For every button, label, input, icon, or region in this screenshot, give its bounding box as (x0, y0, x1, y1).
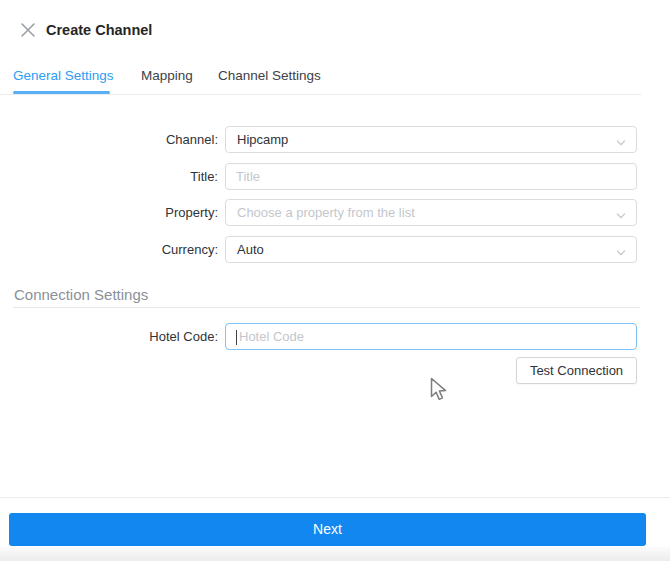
title-label: Title: (0, 163, 218, 190)
currency-row: Currency: Auto (0, 236, 637, 263)
currency-label: Currency: (0, 236, 218, 263)
close-icon[interactable] (19, 21, 37, 39)
hotel-code-input[interactable]: Hotel Code (225, 323, 637, 350)
section-divider (13, 307, 640, 308)
property-label: Property: (0, 199, 218, 226)
chevron-down-icon (615, 208, 627, 226)
text-caret (236, 330, 237, 345)
create-channel-dialog: Create Channel General Settings Mapping … (0, 0, 670, 561)
tab-channel-settings[interactable]: Channel Settings (218, 68, 321, 83)
channel-value: Hipcamp (237, 127, 288, 152)
title-input[interactable] (225, 163, 637, 190)
channel-row: Channel: Hipcamp (0, 126, 637, 153)
channel-label: Channel: (0, 126, 218, 153)
next-button[interactable]: Next (9, 513, 646, 546)
tab-divider (0, 94, 641, 95)
mouse-cursor-icon (427, 376, 449, 407)
hotel-code-row: Hotel Code: Hotel Code (0, 323, 637, 350)
hotel-code-placeholder: Hotel Code (239, 324, 304, 349)
channel-select[interactable]: Hipcamp (225, 126, 637, 153)
footer-divider (0, 497, 670, 498)
title-row: Title: (0, 163, 637, 190)
property-select[interactable]: Choose a property from the list (225, 199, 637, 226)
currency-value: Auto (237, 237, 264, 262)
test-connection-button[interactable]: Test Connection (516, 357, 637, 384)
chevron-down-icon (615, 245, 627, 263)
connection-settings-heading: Connection Settings (14, 286, 148, 303)
page-title: Create Channel (46, 22, 152, 38)
property-row: Property: Choose a property from the lis… (0, 199, 637, 226)
chevron-down-icon (615, 135, 627, 153)
hotel-code-label: Hotel Code: (0, 323, 218, 350)
tab-mapping[interactable]: Mapping (141, 68, 193, 83)
tab-general-settings[interactable]: General Settings (13, 68, 114, 83)
footer-strip (0, 547, 670, 561)
property-placeholder: Choose a property from the list (237, 200, 415, 225)
currency-select[interactable]: Auto (225, 236, 637, 263)
